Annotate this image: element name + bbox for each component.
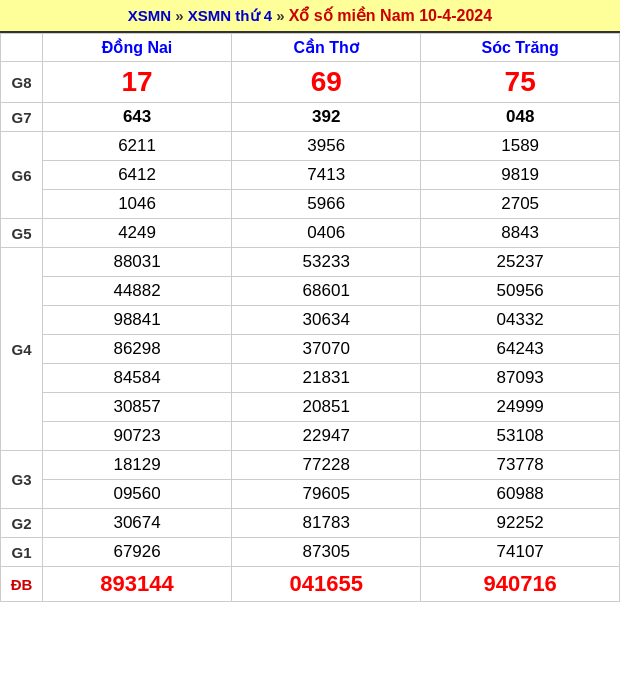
g8-label: G8 [1,62,43,103]
g1-dongnai: 67926 [43,538,232,567]
g4-row-5: 84584 21831 87093 [1,364,620,393]
g2-cantho: 81783 [232,509,421,538]
g6-r3-cantho: 5966 [232,190,421,219]
g3-row-2: 09560 79605 60988 [1,480,620,509]
g3-r2-soctrang: 60988 [421,480,620,509]
g5-row: G5 4249 0406 8843 [1,219,620,248]
g4-r5-dongnai: 84584 [43,364,232,393]
g4-r7-cantho: 22947 [232,422,421,451]
g3-row-1: G3 18129 77228 73778 [1,451,620,480]
g6-r2-soctrang: 9819 [421,161,620,190]
g4-r6-soctrang: 24999 [421,393,620,422]
g3-r1-dongnai: 18129 [43,451,232,480]
g8-cantho: 69 [232,62,421,103]
g5-dongnai: 4249 [43,219,232,248]
g3-r1-cantho: 77228 [232,451,421,480]
g5-cantho: 0406 [232,219,421,248]
g6-r3-dongnai: 1046 [43,190,232,219]
db-row: ĐB 893144 041655 940716 [1,567,620,602]
g4-r6-dongnai: 30857 [43,393,232,422]
g6-r1-dongnai: 6211 [43,132,232,161]
g2-dongnai: 30674 [43,509,232,538]
g7-row: G7 643 392 048 [1,103,620,132]
header: XSMN » XSMN thứ 4 » Xổ số miền Nam 10-4-… [0,0,620,33]
g4-r7-soctrang: 53108 [421,422,620,451]
g6-r2-cantho: 7413 [232,161,421,190]
g4-row-7: 90723 22947 53108 [1,422,620,451]
g7-cantho: 392 [232,103,421,132]
g7-soctrang: 048 [421,103,620,132]
g4-r3-soctrang: 04332 [421,306,620,335]
lottery-table: Đồng Nai Cần Thơ Sóc Trăng G8 17 69 75 G… [0,33,620,602]
g6-row-2: 6412 7413 9819 [1,161,620,190]
g6-label: G6 [1,132,43,219]
g4-r3-dongnai: 98841 [43,306,232,335]
xsmn-link[interactable]: XSMN [128,7,171,24]
db-dongnai: 893144 [43,567,232,602]
g4-r2-dongnai: 44882 [43,277,232,306]
g6-r2-dongnai: 6412 [43,161,232,190]
g7-dongnai: 643 [43,103,232,132]
g6-r1-cantho: 3956 [232,132,421,161]
g3-r1-soctrang: 73778 [421,451,620,480]
g4-r7-dongnai: 90723 [43,422,232,451]
label-header [1,34,43,62]
g4-r5-cantho: 21831 [232,364,421,393]
g1-row: G1 67926 87305 74107 [1,538,620,567]
breadcrumb: XSMN » XSMN thứ 4 » Xổ số miền Nam 10-4-… [128,7,492,24]
g8-row: G8 17 69 75 [1,62,620,103]
g2-row: G2 30674 81783 92252 [1,509,620,538]
g3-r2-dongnai: 09560 [43,480,232,509]
g7-label: G7 [1,103,43,132]
g4-r4-cantho: 37070 [232,335,421,364]
g8-dongnai: 17 [43,62,232,103]
g1-label: G1 [1,538,43,567]
g4-r4-dongnai: 86298 [43,335,232,364]
g6-row-3: 1046 5966 2705 [1,190,620,219]
g6-r3-soctrang: 2705 [421,190,620,219]
g5-label: G5 [1,219,43,248]
g3-r2-cantho: 79605 [232,480,421,509]
g2-soctrang: 92252 [421,509,620,538]
cantho-header: Cần Thơ [232,34,421,62]
db-soctrang: 940716 [421,567,620,602]
g4-r1-soctrang: 25237 [421,248,620,277]
page-title: Xổ số miền Nam 10-4-2024 [289,7,492,24]
g1-cantho: 87305 [232,538,421,567]
db-cantho: 041655 [232,567,421,602]
db-label: ĐB [1,567,43,602]
g5-soctrang: 8843 [421,219,620,248]
g4-row-3: 98841 30634 04332 [1,306,620,335]
g4-row-2: 44882 68601 50956 [1,277,620,306]
thu4-link[interactable]: XSMN thứ 4 [188,7,272,24]
g4-r2-cantho: 68601 [232,277,421,306]
g4-r6-cantho: 20851 [232,393,421,422]
g3-label: G3 [1,451,43,509]
g6-row-1: G6 6211 3956 1589 [1,132,620,161]
g4-row-4: 86298 37070 64243 [1,335,620,364]
soctrang-header: Sóc Trăng [421,34,620,62]
g4-r2-soctrang: 50956 [421,277,620,306]
sep2: » [272,7,289,24]
g4-r4-soctrang: 64243 [421,335,620,364]
g4-r1-cantho: 53233 [232,248,421,277]
g4-r5-soctrang: 87093 [421,364,620,393]
g8-soctrang: 75 [421,62,620,103]
g4-label: G4 [1,248,43,451]
g4-row-1: G4 88031 53233 25237 [1,248,620,277]
sep1: » [171,7,188,24]
g6-r1-soctrang: 1589 [421,132,620,161]
g2-label: G2 [1,509,43,538]
g4-row-6: 30857 20851 24999 [1,393,620,422]
column-headers: Đồng Nai Cần Thơ Sóc Trăng [1,34,620,62]
g1-soctrang: 74107 [421,538,620,567]
g4-r1-dongnai: 88031 [43,248,232,277]
g4-r3-cantho: 30634 [232,306,421,335]
dongnai-header: Đồng Nai [43,34,232,62]
